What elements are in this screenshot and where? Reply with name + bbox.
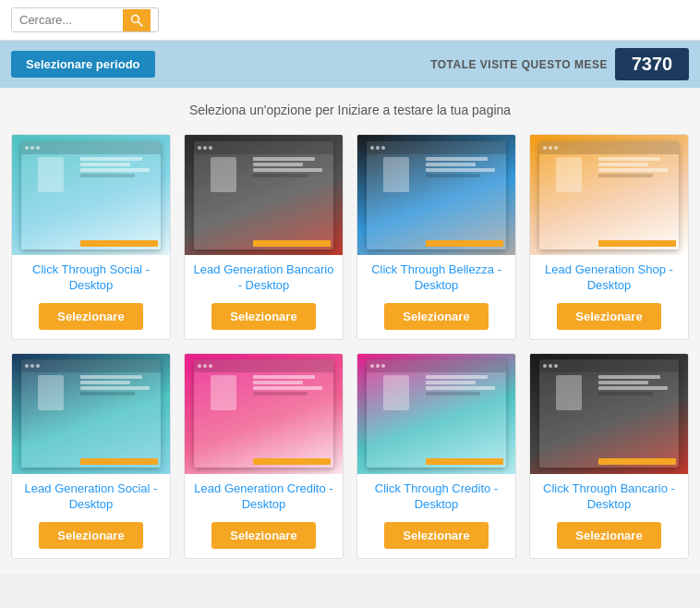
visits-section: TOTALE VISITE QUESTO MESE 7370 (430, 48, 689, 80)
visits-label: TOTALE VISITE QUESTO MESE (430, 58, 608, 71)
period-bar: Selezionare periodo TOTALE VISITE QUESTO… (0, 41, 700, 88)
main-content: Seleziona un'opzione per Iniziare a test… (0, 88, 700, 574)
card-click-through-bancario-desktop: Click Through Bancario - Desktop Selezio… (529, 353, 689, 559)
card-select-button[interactable]: Selezionare (39, 303, 142, 330)
card-label: Lead Generation Credito - Desktop (185, 474, 343, 517)
select-period-button[interactable]: Selezionare periodo (11, 51, 155, 78)
card-lead-generation-social-desktop: Lead Generation Social - Desktop Selezio… (11, 353, 171, 559)
card-thumbnail (12, 135, 170, 255)
card-label: Lead Generation Shop - Desktop (530, 255, 688, 298)
card-thumbnail (357, 354, 515, 474)
card-click-through-social-desktop: Click Through Social - Desktop Seleziona… (11, 134, 171, 340)
card-select-button[interactable]: Selezionare (211, 522, 315, 549)
card-label: Lead Generation Bancario - Desktop (185, 255, 343, 298)
card-label: Click Through Credito - Desktop (357, 474, 515, 517)
card-click-through-bellezza-desktop: Click Through Bellezza - Desktop Selezio… (356, 134, 516, 340)
cards-grid: Click Through Social - Desktop Seleziona… (11, 134, 689, 559)
card-label: Click Through Bellezza - Desktop (357, 255, 515, 298)
card-thumbnail (185, 135, 343, 255)
card-thumbnail (185, 354, 343, 474)
card-lead-generation-shop-desktop: Lead Generation Shop - Desktop Seleziona… (529, 134, 689, 340)
card-select-button[interactable]: Selezionare (384, 522, 488, 549)
search-button[interactable] (123, 9, 151, 31)
search-wrapper (11, 7, 159, 32)
card-select-button[interactable]: Selezionare (39, 522, 142, 549)
search-icon (130, 14, 143, 27)
card-label: Click Through Social - Desktop (12, 255, 170, 298)
card-click-through-credito-desktop: Click Through Credito - Desktop Selezion… (356, 353, 516, 559)
card-label: Click Through Bancario - Desktop (530, 474, 688, 517)
card-thumbnail (12, 354, 170, 474)
card-select-button[interactable]: Selezionare (384, 303, 488, 330)
card-label: Lead Generation Social - Desktop (12, 474, 170, 517)
page-title: Seleziona un'opzione per Iniziare a test… (11, 103, 689, 117)
card-lead-generation-bancario-desktop: Lead Generation Bancario - Desktop Selez… (184, 134, 344, 340)
card-select-button[interactable]: Selezionare (557, 522, 660, 549)
top-bar (0, 0, 700, 41)
card-thumbnail (357, 135, 515, 255)
card-select-button[interactable]: Selezionare (211, 303, 315, 330)
svg-line-1 (139, 21, 143, 26)
card-select-button[interactable]: Selezionare (557, 303, 660, 330)
search-input[interactable] (12, 8, 123, 31)
visits-count: 7370 (615, 48, 689, 80)
card-lead-generation-credito-desktop: Lead Generation Credito - Desktop Selezi… (184, 353, 344, 559)
card-thumbnail (530, 354, 688, 474)
card-thumbnail (530, 135, 688, 255)
